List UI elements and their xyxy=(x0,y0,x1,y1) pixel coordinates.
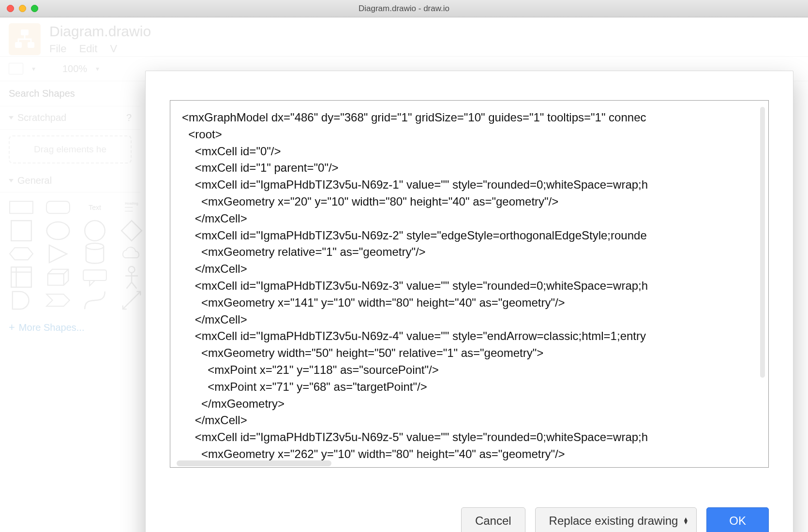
svg-rect-4 xyxy=(46,202,70,214)
shape-callout[interactable] xyxy=(82,268,107,286)
chevron-down-icon xyxy=(9,116,14,119)
shape-text[interactable]: Text xyxy=(82,198,107,217)
more-shapes-link[interactable]: + More Shapes... xyxy=(0,315,140,340)
xml-textarea[interactable] xyxy=(170,100,769,468)
shape-triangle[interactable] xyxy=(45,245,71,263)
shape-hexagon[interactable] xyxy=(9,245,34,263)
cancel-button[interactable]: Cancel xyxy=(461,507,525,532)
svg-rect-5 xyxy=(11,221,31,241)
scratchpad-help-icon[interactable]: ? xyxy=(126,112,132,123)
shape-square[interactable] xyxy=(9,222,34,240)
layout-icon[interactable] xyxy=(9,63,23,74)
replace-mode-select[interactable]: Replace existing drawing ▲▼ xyxy=(535,507,697,532)
shape-rounded-rect[interactable] xyxy=(45,198,71,217)
shape-curve[interactable] xyxy=(82,291,107,310)
shape-and[interactable] xyxy=(9,291,34,310)
general-label: General xyxy=(17,175,52,186)
sidebar: Scratchpad ? Drag elements he General Te… xyxy=(0,81,140,340)
shape-heading[interactable]: Heading━━━━━━━━ xyxy=(119,198,144,217)
app-logo-icon xyxy=(9,23,41,55)
shape-circle[interactable] xyxy=(82,222,107,240)
select-updown-icon: ▲▼ xyxy=(683,517,688,524)
menu-file[interactable]: File xyxy=(49,43,66,55)
svg-rect-9 xyxy=(11,267,31,287)
shape-step[interactable] xyxy=(45,291,71,310)
replace-mode-label: Replace existing drawing xyxy=(549,514,678,528)
menu-edit[interactable]: Edit xyxy=(79,43,97,55)
svg-rect-0 xyxy=(21,30,29,35)
shapes-palette: Text Heading━━━━━━━━ xyxy=(0,192,140,315)
svg-rect-2 xyxy=(28,42,34,48)
svg-rect-1 xyxy=(15,42,22,48)
more-shapes-label: More Shapes... xyxy=(19,322,85,333)
menu-bar: File Edit V xyxy=(49,43,151,55)
svg-rect-3 xyxy=(10,202,33,214)
shape-diamond[interactable] xyxy=(119,222,144,240)
shape-cube[interactable] xyxy=(45,268,71,286)
window-titlebar: Diagram.drawio - draw.io xyxy=(0,0,808,17)
document-title: Diagram.drawio xyxy=(49,23,151,40)
dialog-footer: Cancel Replace existing drawing ▲▼ OK xyxy=(146,497,793,532)
scratchpad-drop-area[interactable]: Drag elements he xyxy=(9,135,132,163)
shape-cylinder[interactable] xyxy=(82,245,107,263)
scratchpad-section[interactable]: Scratchpad ? xyxy=(0,106,140,130)
menu-view-truncated[interactable]: V xyxy=(110,43,117,55)
shape-ellipse[interactable] xyxy=(45,222,71,240)
svg-rect-12 xyxy=(83,270,106,281)
plus-icon: + xyxy=(9,321,15,334)
shape-rectangle[interactable] xyxy=(9,198,34,217)
layout-dropdown-caret-icon[interactable]: ▾ xyxy=(32,65,35,73)
svg-point-8 xyxy=(86,243,104,250)
svg-point-6 xyxy=(47,222,70,239)
chevron-down-icon xyxy=(9,179,14,182)
general-section[interactable]: General xyxy=(0,169,140,192)
shape-internal-storage[interactable] xyxy=(9,268,34,286)
shape-actor[interactable] xyxy=(119,268,144,286)
edit-xml-dialog: Cancel Replace existing drawing ▲▼ OK xyxy=(145,71,793,532)
zoom-dropdown-caret-icon[interactable]: ▾ xyxy=(96,65,99,73)
ok-button[interactable]: OK xyxy=(706,507,769,532)
window-title: Diagram.drawio - draw.io xyxy=(0,4,808,14)
svg-point-7 xyxy=(85,221,105,241)
app-header: Diagram.drawio File Edit V xyxy=(0,17,808,56)
shape-cloud[interactable] xyxy=(119,245,144,263)
scrollbar-horizontal[interactable] xyxy=(177,460,331,466)
search-shapes-input[interactable] xyxy=(0,81,140,106)
scratchpad-label: Scratchpad xyxy=(17,112,66,123)
zoom-value[interactable]: 100% xyxy=(62,63,87,74)
scrollbar-vertical[interactable] xyxy=(760,107,765,378)
svg-point-13 xyxy=(129,266,135,273)
shape-bidirectional-arrow[interactable] xyxy=(119,291,144,310)
scratchpad-hint: Drag elements he xyxy=(34,144,106,155)
